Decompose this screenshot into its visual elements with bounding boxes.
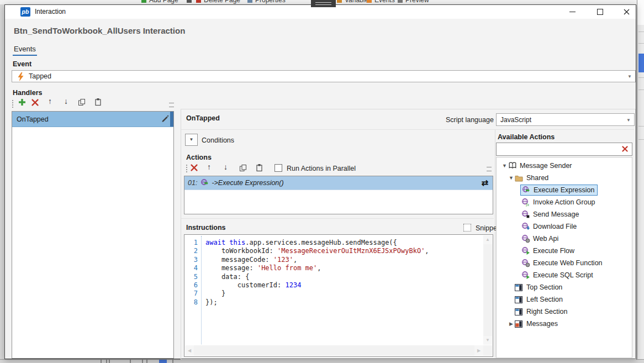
available-actions-tree[interactable]: ▼Message Sender▼SharedExecute Expression…	[496, 157, 632, 358]
script-language-select[interactable]: JavaScript ▼	[496, 113, 635, 126]
properties-icon	[247, 0, 252, 3]
tree-item-label: Messages	[526, 320, 558, 328]
scroll-up-icon[interactable]: ▲	[483, 235, 492, 244]
code-segment: '123'	[273, 256, 293, 264]
event-select[interactable]: Tapped ▼	[12, 70, 636, 82]
expander-collapsed-icon[interactable]: ▶	[508, 321, 515, 327]
available-actions-search[interactable]	[496, 143, 632, 156]
preview-icon	[398, 0, 403, 3]
handler-item[interactable]: OnTapped	[12, 112, 173, 127]
edit-pencil-icon[interactable]	[161, 115, 169, 124]
tree-item-shared[interactable]: ▼Shared	[497, 172, 632, 184]
tree-item-execute-flow[interactable]: Execute Flow	[497, 245, 632, 257]
background-toolbar-item[interactable]: Preview	[405, 0, 429, 4]
handlers-list[interactable]: OnTapped	[12, 111, 174, 359]
background-mark	[101, 360, 102, 363]
move-down-button[interactable]: ↓	[64, 97, 68, 106]
line-number: 7	[186, 290, 198, 298]
maximize-button[interactable]	[589, 5, 610, 19]
scroll-right-icon[interactable]: ▶	[474, 345, 483, 356]
handler-title: OnTapped	[186, 114, 220, 122]
tab-events[interactable]: Events	[14, 45, 36, 53]
code-line[interactable]: toWorkbookId: 'MessageReceiverOuItMznX6E…	[205, 247, 429, 255]
delete-handler-button[interactable]	[31, 99, 39, 108]
run-parallel-checkbox[interactable]	[275, 164, 282, 172]
code-line[interactable]: message: 'Hello from me',	[205, 264, 429, 272]
paste-action-button[interactable]	[256, 164, 263, 173]
tree-item-send-message[interactable]: Send Message	[497, 208, 632, 220]
code-segment: this	[229, 239, 245, 246]
tree-item-top-section[interactable]: Top Section	[497, 281, 632, 293]
tree-item-messages[interactable]: ▶Messages	[497, 318, 632, 330]
snippets-checkbox[interactable]	[463, 224, 471, 232]
tree-item-execute-sql-script[interactable]: Execute SQL Script	[497, 269, 632, 281]
conditions-expander-button[interactable]: ▼	[185, 134, 198, 146]
run-parallel-label: Run Actions in Parallel	[287, 165, 356, 172]
tree-item-label: Web Api	[533, 235, 558, 243]
code-line[interactable]: });	[205, 298, 429, 307]
close-button[interactable]	[616, 5, 637, 19]
execute-flow-icon	[521, 246, 531, 255]
instructions-separator	[181, 218, 494, 219]
tree-item-left-section[interactable]: Left Section	[497, 293, 632, 306]
window-title: Interaction	[35, 8, 66, 15]
background-mark	[142, 360, 143, 363]
code-content[interactable]: await this.app.services.messageHub.sendM…	[205, 239, 429, 307]
move-action-up-button[interactable]: ↑	[207, 162, 211, 171]
expander-expanded-icon[interactable]: ▼	[501, 163, 508, 169]
handler-item-label: OnTapped	[17, 115, 49, 123]
swap-arrows-icon[interactable]: ⇄	[481, 178, 488, 188]
scroll-down-icon[interactable]: ▼	[483, 336, 492, 345]
code-line[interactable]: data: {	[205, 273, 429, 281]
expander-expanded-icon[interactable]: ▼	[508, 175, 515, 181]
tree-item-message-sender[interactable]: ▼Message Sender	[497, 160, 632, 172]
code-line[interactable]: messageCode: '123',	[205, 256, 429, 264]
code-line[interactable]: await this.app.services.messageHub.sendM…	[205, 239, 429, 247]
pane-splitter[interactable]	[495, 129, 495, 358]
add-handler-button[interactable]	[18, 98, 26, 108]
scroll-left-icon[interactable]: ◀	[185, 345, 194, 356]
code-line[interactable]: customerId: 1234	[205, 281, 429, 290]
code-editor[interactable]: 12345678 await this.app.services.message…	[184, 234, 493, 357]
background-mark	[130, 360, 131, 363]
background-toolbar-item[interactable]: Delete Page	[204, 0, 240, 4]
tree-item-label: Send Message	[533, 211, 579, 218]
execute-expression-icon	[522, 186, 532, 194]
send-message-icon	[521, 210, 531, 219]
clear-search-icon[interactable]	[622, 146, 628, 154]
download-file-icon	[521, 222, 531, 231]
horizontal-scrollbar[interactable]: ◀ ▶	[185, 345, 483, 356]
background-mark	[146, 360, 147, 363]
code-segment: 1234	[286, 281, 302, 289]
tree-item-invoke-action-group[interactable]: fxInvoke Action Group	[497, 196, 632, 208]
tree-item-web-api[interactable]: Web Api	[497, 233, 632, 245]
screen: Add PageDelete PagePropertiesVariablesEv…	[0, 0, 644, 363]
background-toolbar-item[interactable]: Events	[374, 0, 395, 4]
copy-handler-button[interactable]	[78, 98, 86, 108]
move-action-down-button[interactable]: ↓	[224, 162, 228, 171]
minimize-button[interactable]	[562, 5, 583, 19]
background-scrollbar-thumb	[638, 54, 644, 72]
background-toolbar-item[interactable]: Add Page	[149, 0, 178, 4]
move-up-button[interactable]: ↑	[48, 97, 52, 106]
invoke-action-group-icon: fx	[521, 198, 531, 207]
paste-handler-button[interactable]	[94, 98, 102, 108]
tree-item-execute-expression[interactable]: Execute Expression	[497, 184, 632, 196]
code-segment: }	[205, 290, 225, 297]
action-index: 01:	[188, 179, 197, 187]
toolbar-grip-icon	[186, 165, 188, 172]
tree-item-execute-web-function[interactable]: Execute Web Function	[497, 257, 632, 269]
background-toolbar-item[interactable]: Properties	[255, 0, 286, 4]
actions-list[interactable]: 01:->Execute Expression()⇄	[184, 176, 493, 214]
code-line[interactable]: }	[205, 290, 429, 298]
code-segment: .app.services.messageHub.sendMessage({	[245, 239, 397, 246]
action-item[interactable]: 01:->Execute Expression()⇄	[184, 176, 493, 190]
vertical-scrollbar[interactable]: ▲ ▼	[483, 235, 492, 345]
tree-item-download-file[interactable]: Download File	[497, 220, 632, 233]
tree-item-right-section[interactable]: Right Section	[497, 306, 632, 318]
delete-action-button[interactable]	[191, 164, 198, 173]
code-segment: 'MessageReceiverOuItMznX6EJSxPOwyBkO'	[277, 247, 425, 255]
svg-text:fx: fx	[526, 202, 529, 207]
tree-item-label: Top Section	[526, 283, 562, 291]
copy-action-button[interactable]	[239, 164, 247, 173]
